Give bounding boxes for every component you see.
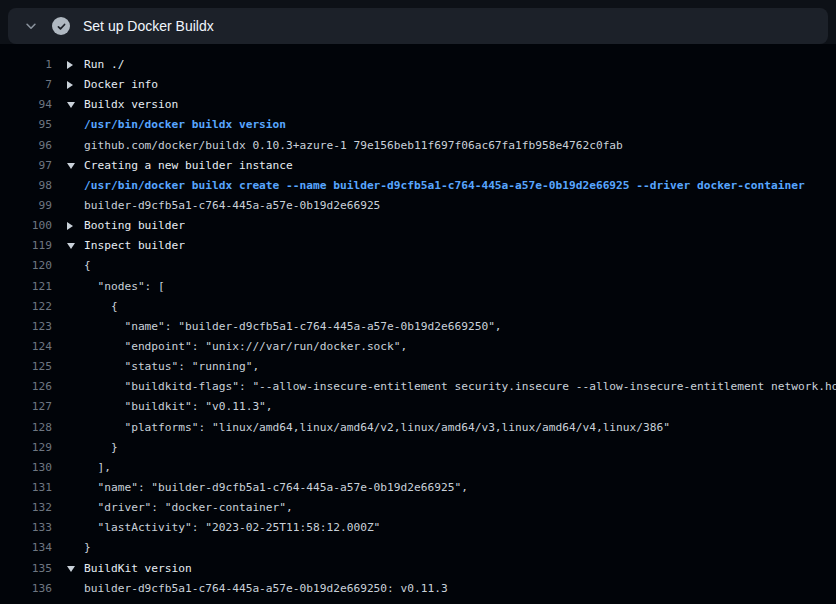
group-title: BuildKit version — [84, 559, 192, 579]
output-text: "platforms": "linux/amd64,linux/amd64/v2… — [84, 418, 670, 438]
line-number[interactable]: 95 — [0, 115, 52, 135]
log-line: 127 "buildkit": "v0.11.3", — [0, 397, 836, 417]
line-number[interactable]: 97 — [0, 156, 52, 176]
log-line: 120{ — [0, 256, 836, 276]
log-group-row[interactable]: 97Creating a new builder instance — [0, 156, 836, 176]
log-line: 136builder-d9cfb5a1-c764-445a-a57e-0b19d… — [0, 579, 836, 599]
triangle-right-icon[interactable] — [52, 81, 84, 89]
log-line: 129 } — [0, 438, 836, 458]
log-group-row[interactable]: 135BuildKit version — [0, 559, 836, 579]
log-line: 134} — [0, 538, 836, 558]
line-number[interactable]: 129 — [0, 438, 52, 458]
log-line: 123 "name": "builder-d9cfb5a1-c764-445a-… — [0, 317, 836, 337]
line-number[interactable]: 123 — [0, 317, 52, 337]
triangle-right-icon[interactable] — [52, 222, 84, 230]
output-text: } — [84, 538, 91, 558]
output-text: "name": "builder-d9cfb5a1-c764-445a-a57e… — [84, 478, 468, 498]
group-title: Inspect builder — [84, 236, 185, 256]
group-title: Run ./ — [84, 55, 124, 75]
output-text: "buildkit": "v0.11.3", — [84, 397, 273, 417]
line-number[interactable]: 1 — [0, 55, 52, 75]
log-line: 98/usr/bin/docker buildx create --name b… — [0, 176, 836, 196]
line-number[interactable]: 94 — [0, 95, 52, 115]
step-header[interactable]: Set up Docker Buildx — [8, 8, 828, 44]
line-number[interactable]: 128 — [0, 418, 52, 438]
line-number[interactable]: 133 — [0, 518, 52, 538]
group-title: Docker info — [84, 75, 158, 95]
line-number[interactable]: 134 — [0, 538, 52, 558]
log-line: 132 "driver": "docker-container", — [0, 498, 836, 518]
group-title: Creating a new builder instance — [84, 156, 293, 176]
line-number[interactable]: 7 — [0, 75, 52, 95]
log-group-row[interactable]: 100Booting builder — [0, 216, 836, 236]
output-text: builder-d9cfb5a1-c764-445a-a57e-0b19d2e6… — [84, 579, 448, 599]
log-line: 121 "nodes": [ — [0, 277, 836, 297]
command-text: /usr/bin/docker buildx version — [84, 115, 286, 135]
output-text: builder-d9cfb5a1-c764-445a-a57e-0b19d2e6… — [84, 196, 380, 216]
step-title: Set up Docker Buildx — [83, 18, 214, 34]
log-line: 133 "lastActivity": "2023-02-25T11:58:12… — [0, 518, 836, 538]
log-line: 128 "platforms": "linux/amd64,linux/amd6… — [0, 418, 836, 438]
line-number[interactable]: 126 — [0, 377, 52, 397]
line-number[interactable]: 96 — [0, 136, 52, 156]
command-text: /usr/bin/docker buildx create --name bui… — [84, 176, 805, 196]
log-line: 125 "status": "running", — [0, 357, 836, 377]
line-number[interactable]: 100 — [0, 216, 52, 236]
step-header-section: Set up Docker Buildx — [0, 0, 836, 44]
triangle-down-icon[interactable] — [52, 163, 84, 169]
line-number[interactable]: 98 — [0, 176, 52, 196]
group-title: Buildx version — [84, 95, 178, 115]
log-line: 96github.com/docker/buildx 0.10.3+azure-… — [0, 136, 836, 156]
output-text: { — [84, 256, 91, 276]
output-text: "status": "running", — [84, 357, 259, 377]
line-number[interactable]: 99 — [0, 196, 52, 216]
line-number[interactable]: 130 — [0, 458, 52, 478]
log-line: 131 "name": "builder-d9cfb5a1-c764-445a-… — [0, 478, 836, 498]
triangle-right-icon[interactable] — [52, 61, 84, 69]
log-group-row[interactable]: 7Docker info — [0, 75, 836, 95]
output-text: "driver": "docker-container", — [84, 498, 293, 518]
log-group-row[interactable]: 94Buildx version — [0, 95, 836, 115]
group-title: Booting builder — [84, 216, 185, 236]
check-circle-icon — [52, 17, 70, 35]
output-text: "buildkitd-flags": "--allow-insecure-ent… — [84, 377, 836, 397]
output-text: "endpoint": "unix:///var/run/docker.sock… — [84, 337, 407, 357]
line-number[interactable]: 127 — [0, 397, 52, 417]
log-line: 122 { — [0, 297, 836, 317]
line-number[interactable]: 121 — [0, 277, 52, 297]
line-number[interactable]: 124 — [0, 337, 52, 357]
output-text: "lastActivity": "2023-02-25T11:58:12.000… — [84, 518, 380, 538]
log-group-row[interactable]: 1Run ./ — [0, 55, 836, 75]
output-text: { — [84, 297, 118, 317]
triangle-down-icon[interactable] — [52, 243, 84, 249]
line-number[interactable]: 132 — [0, 498, 52, 518]
line-number[interactable]: 122 — [0, 297, 52, 317]
output-text: } — [84, 438, 118, 458]
line-number[interactable]: 136 — [0, 579, 52, 599]
log-line: 99builder-d9cfb5a1-c764-445a-a57e-0b19d2… — [0, 196, 836, 216]
chevron-down-icon[interactable] — [20, 15, 42, 37]
output-text: github.com/docker/buildx 0.10.3+azure-1 … — [84, 136, 623, 156]
line-number[interactable]: 131 — [0, 478, 52, 498]
log-area: 1Run ./7Docker info94Buildx version95/us… — [0, 44, 836, 599]
log-line: 95/usr/bin/docker buildx version — [0, 115, 836, 135]
log-group-row[interactable]: 119Inspect builder — [0, 236, 836, 256]
output-text: "nodes": [ — [84, 277, 165, 297]
triangle-down-icon[interactable] — [52, 102, 84, 108]
line-number[interactable]: 119 — [0, 236, 52, 256]
triangle-down-icon[interactable] — [52, 566, 84, 572]
output-text: "name": "builder-d9cfb5a1-c764-445a-a57e… — [84, 317, 502, 337]
line-number[interactable]: 125 — [0, 357, 52, 377]
log-line: 124 "endpoint": "unix:///var/run/docker.… — [0, 337, 836, 357]
log-line: 130 ], — [0, 458, 836, 478]
line-number[interactable]: 135 — [0, 559, 52, 579]
output-text: ], — [84, 458, 111, 478]
line-number[interactable]: 120 — [0, 256, 52, 276]
log-line: 126 "buildkitd-flags": "--allow-insecure… — [0, 377, 836, 397]
